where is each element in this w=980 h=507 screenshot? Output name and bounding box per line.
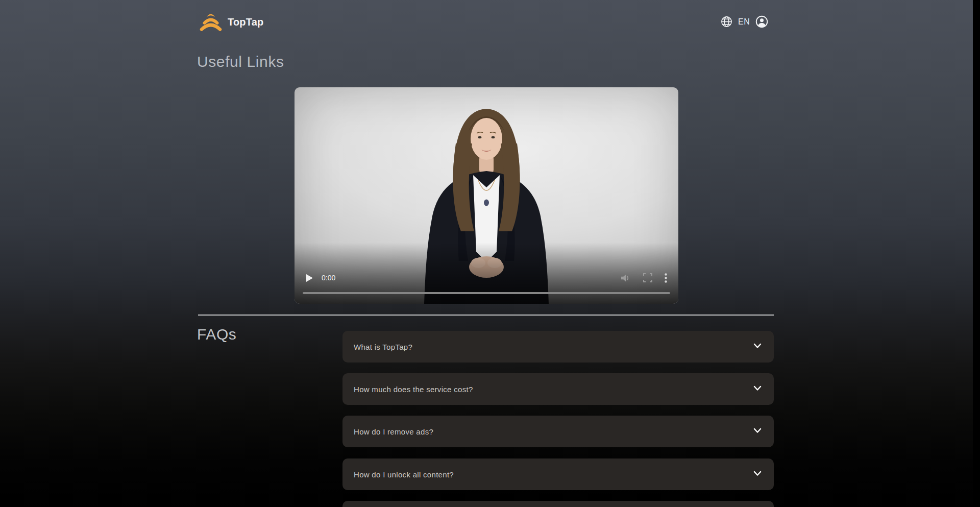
brand-name: TopTap	[228, 16, 263, 28]
faq-item[interactable]: How do I remove ads?	[342, 416, 774, 447]
fullscreen-icon[interactable]	[643, 273, 652, 282]
faq-item-partial[interactable]	[342, 501, 774, 507]
chevron-down-icon	[752, 341, 763, 353]
volume-icon[interactable]	[620, 273, 631, 283]
video-player[interactable]: 0:00	[295, 87, 678, 304]
video-controls: 0:00	[295, 270, 678, 286]
header-actions: EN	[721, 15, 768, 28]
faq-question: How do I remove ads?	[354, 427, 433, 436]
globe-icon[interactable]	[721, 16, 732, 28]
chevron-down-icon	[752, 425, 763, 438]
video-time: 0:00	[322, 274, 335, 282]
account-icon[interactable]	[755, 15, 768, 28]
section-divider	[198, 315, 774, 316]
useful-links-title: Useful Links	[197, 53, 284, 70]
header: TopTap EN	[0, 0, 980, 37]
faq-item[interactable]: How much does the service cost?	[342, 373, 774, 405]
faq-question: What is TopTap?	[354, 343, 412, 351]
scrollbar-track[interactable]	[973, 0, 980, 507]
chevron-down-icon	[752, 468, 763, 480]
faq-item[interactable]: How do I unlock all content?	[342, 458, 774, 490]
language-selector[interactable]: EN	[738, 17, 750, 27]
faq-question: How do I unlock all content?	[354, 470, 454, 479]
toptap-logo-icon	[198, 10, 224, 34]
kebab-menu-icon[interactable]	[665, 273, 667, 283]
logo[interactable]: TopTap	[198, 10, 263, 34]
faq-question: How much does the service cost?	[354, 385, 473, 394]
faqs-title: FAQs	[197, 326, 236, 343]
chevron-down-icon	[752, 383, 763, 395]
faq-item[interactable]: What is TopTap?	[342, 331, 774, 363]
video-progress-bar[interactable]	[303, 292, 670, 294]
play-icon[interactable]	[306, 274, 313, 282]
